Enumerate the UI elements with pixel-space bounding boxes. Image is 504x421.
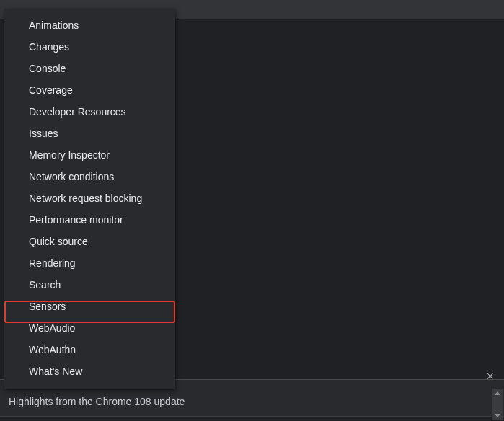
close-icon[interactable]: × bbox=[486, 370, 494, 383]
scrollbar[interactable] bbox=[492, 389, 503, 420]
menu-item-coverage[interactable]: Coverage bbox=[4, 79, 175, 101]
menu-item-rendering[interactable]: Rendering bbox=[4, 252, 175, 274]
menu-item-animations[interactable]: Animations bbox=[4, 14, 175, 36]
menu-item-webaudio[interactable]: WebAudio bbox=[4, 317, 175, 339]
menu-item-webauthn[interactable]: WebAuthn bbox=[4, 339, 175, 360]
menu-item-network-conditions[interactable]: Network conditions bbox=[4, 166, 175, 187]
scroll-down-icon[interactable] bbox=[495, 414, 500, 417]
menu-item-memory-inspector[interactable]: Memory Inspector bbox=[4, 144, 175, 166]
menu-item-quick-source[interactable]: Quick source bbox=[4, 231, 175, 252]
more-tools-menu: AnimationsChangesConsoleCoverageDevelope… bbox=[4, 9, 175, 389]
menu-item-changes[interactable]: Changes bbox=[4, 36, 175, 58]
scroll-up-icon[interactable] bbox=[495, 391, 500, 395]
menu-item-what-s-new[interactable]: What's New bbox=[4, 360, 175, 382]
menu-item-network-request-blocking[interactable]: Network request blocking bbox=[4, 187, 175, 209]
menu-item-search[interactable]: Search bbox=[4, 274, 175, 296]
drawer-highlight-text: Highlights from the Chrome 108 update bbox=[0, 394, 504, 407]
menu-item-issues[interactable]: Issues bbox=[4, 123, 175, 144]
menu-item-sensors[interactable]: Sensors bbox=[4, 296, 175, 317]
drawer-divider bbox=[0, 416, 504, 421]
menu-item-console[interactable]: Console bbox=[4, 58, 175, 79]
menu-item-performance-monitor[interactable]: Performance monitor bbox=[4, 209, 175, 231]
menu-item-developer-resources[interactable]: Developer Resources bbox=[4, 101, 175, 123]
